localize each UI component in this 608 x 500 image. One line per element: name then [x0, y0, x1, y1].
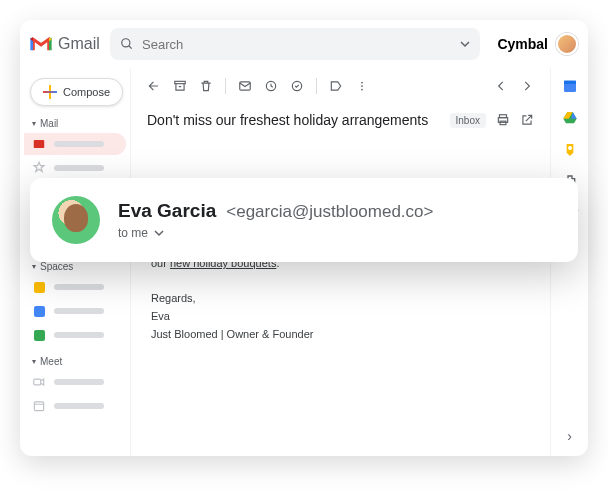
- inbox-icon: [32, 137, 46, 151]
- star-icon: [32, 161, 46, 175]
- subject-row: Don't miss our freshest holiday arrangem…: [131, 104, 550, 140]
- collapse-panel-icon[interactable]: ›: [567, 428, 572, 444]
- label-icon[interactable]: [329, 79, 343, 93]
- chevron-down-icon: [154, 228, 164, 238]
- svg-rect-19: [564, 81, 576, 84]
- app-body: Compose ▾ Mail: [20, 68, 588, 456]
- separator: [225, 78, 226, 94]
- recipient-line[interactable]: to me: [118, 226, 433, 240]
- main-content: Don't miss our freshest holiday arrangem…: [130, 68, 550, 456]
- space-icon: [32, 304, 46, 318]
- back-icon[interactable]: [147, 79, 161, 93]
- header: Gmail Cymbal: [20, 20, 588, 68]
- nav-placeholder: [54, 403, 104, 409]
- nav-placeholder: [54, 141, 104, 147]
- nav-placeholder: [54, 332, 104, 338]
- nav-placeholder: [54, 379, 104, 385]
- print-icon[interactable]: [496, 113, 510, 127]
- search-input[interactable]: [142, 37, 460, 52]
- calendar-icon: [32, 399, 46, 413]
- sidebar-space-item[interactable]: [24, 324, 126, 346]
- more-icon[interactable]: [355, 79, 369, 93]
- search-options-caret[interactable]: [460, 39, 470, 49]
- nav-placeholder: [54, 284, 104, 290]
- next-icon[interactable]: [520, 79, 534, 93]
- sidebar-space-item[interactable]: [24, 276, 126, 298]
- sidebar-item-inbox[interactable]: [24, 133, 126, 155]
- search-icon: [120, 37, 134, 51]
- sender-name: Eva Garcia: [118, 200, 216, 222]
- side-panel: ›: [550, 68, 588, 456]
- section-meet[interactable]: ▾ Meet: [24, 354, 126, 369]
- compose-button[interactable]: Compose: [30, 78, 123, 106]
- sender-card: Eva Garcia <egarcia@justbloomed.co> to m…: [30, 178, 578, 262]
- sidebar-meet-item[interactable]: [24, 395, 126, 417]
- sidebar-item-starred[interactable]: [24, 157, 126, 179]
- caret-down-icon: [460, 39, 470, 49]
- space-icon: [32, 328, 46, 342]
- drive-icon[interactable]: [562, 110, 578, 126]
- sender-email: <egarcia@justbloomed.co>: [226, 202, 433, 222]
- gmail-logo[interactable]: Gmail: [30, 35, 102, 53]
- keep-icon[interactable]: [562, 142, 578, 158]
- delete-icon[interactable]: [199, 79, 213, 93]
- message-toolbar: [131, 68, 550, 104]
- svg-rect-6: [34, 402, 43, 411]
- sender-avatar[interactable]: [52, 196, 100, 244]
- archive-icon[interactable]: [173, 79, 187, 93]
- svg-point-20: [568, 146, 572, 150]
- sign-name: Eva: [151, 308, 530, 326]
- label-chip[interactable]: Inbox: [450, 113, 486, 128]
- plus-icon: [43, 85, 57, 99]
- nav-placeholder: [54, 308, 104, 314]
- product-name: Gmail: [58, 35, 100, 53]
- sidebar-meet-item[interactable]: [24, 371, 126, 393]
- space-icon: [32, 280, 46, 294]
- sender-info: Eva Garcia <egarcia@justbloomed.co> to m…: [118, 200, 433, 240]
- svg-point-13: [361, 85, 363, 87]
- prev-icon[interactable]: [494, 79, 508, 93]
- caret-down-icon: ▾: [32, 262, 36, 271]
- svg-rect-8: [175, 81, 186, 83]
- mark-unread-icon[interactable]: [238, 79, 252, 93]
- gmail-icon: [30, 36, 52, 52]
- svg-point-12: [361, 82, 363, 84]
- svg-rect-5: [34, 379, 41, 385]
- caret-down-icon: ▾: [32, 119, 36, 128]
- sidebar-space-item[interactable]: [24, 300, 126, 322]
- sign-title: Just Bloomed | Owner & Founder: [151, 326, 530, 344]
- sidebar: Compose ▾ Mail: [20, 68, 130, 456]
- svg-point-14: [361, 89, 363, 91]
- workspace-brand: Cymbal: [497, 36, 548, 52]
- search-bar[interactable]: [110, 28, 480, 60]
- video-icon: [32, 375, 46, 389]
- section-mail[interactable]: ▾ Mail: [24, 116, 126, 131]
- sign-regards: Regards,: [151, 290, 530, 308]
- account-avatar[interactable]: [556, 33, 578, 55]
- nav-placeholder: [54, 165, 104, 171]
- caret-down-icon: ▾: [32, 357, 36, 366]
- open-new-icon[interactable]: [520, 113, 534, 127]
- svg-line-3: [129, 46, 132, 49]
- snooze-icon[interactable]: [264, 79, 278, 93]
- calendar-icon[interactable]: [562, 78, 578, 94]
- separator: [316, 78, 317, 94]
- task-icon[interactable]: [290, 79, 304, 93]
- compose-label: Compose: [63, 86, 110, 98]
- svg-point-2: [122, 39, 130, 47]
- message-subject: Don't miss our freshest holiday arrangem…: [147, 112, 440, 128]
- svg-rect-4: [34, 140, 45, 148]
